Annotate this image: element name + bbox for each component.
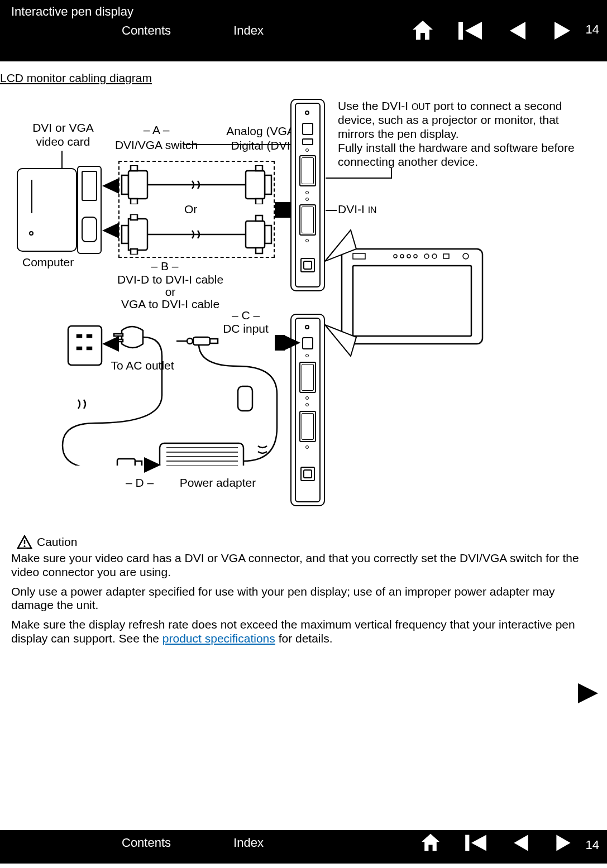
nav-icons-bottom bbox=[419, 833, 573, 853]
svg-rect-40 bbox=[117, 459, 135, 466]
svg-marker-3 bbox=[510, 22, 525, 40]
doc-title: Interactive pen display bbox=[11, 4, 133, 19]
power-adapter-label: Power adapter bbox=[173, 476, 262, 490]
contents-link[interactable]: Contents bbox=[122, 23, 171, 38]
first-page-icon[interactable] bbox=[464, 833, 489, 853]
footer-bar: Contents Index 14 bbox=[0, 830, 607, 864]
svg-rect-11 bbox=[256, 165, 262, 171]
svg-rect-15 bbox=[131, 214, 137, 220]
analog-vga-label: Analog (VGA) bbox=[223, 124, 302, 138]
next-page-icon[interactable] bbox=[553, 833, 573, 853]
nav-icons-top bbox=[410, 20, 573, 42]
svg-rect-35 bbox=[87, 335, 92, 337]
caution-label: Caution bbox=[37, 535, 77, 549]
svg-rect-41 bbox=[135, 461, 142, 466]
svg-rect-5 bbox=[122, 175, 128, 194]
dvi-out-note-2: Fully install the hardware and software … bbox=[338, 141, 595, 169]
svg-marker-2 bbox=[465, 22, 482, 40]
prev-page-icon[interactable] bbox=[506, 20, 529, 42]
step-d-label: – D – bbox=[120, 476, 159, 490]
home-icon[interactable] bbox=[419, 833, 442, 853]
callout-wedge-top bbox=[324, 229, 357, 262]
svg-rect-8 bbox=[131, 199, 137, 204]
svg-rect-9 bbox=[265, 175, 271, 194]
svg-marker-60 bbox=[514, 835, 528, 851]
svg-rect-7 bbox=[131, 165, 137, 171]
page-number-top: 14 bbox=[586, 22, 599, 37]
svg-marker-57 bbox=[422, 833, 439, 851]
svg-rect-36 bbox=[77, 347, 82, 349]
dvi-i-in-label: DVI-I IN bbox=[338, 202, 377, 216]
digital-dvi-label: Digital (DVI) bbox=[223, 138, 302, 152]
prev-page-icon[interactable] bbox=[511, 833, 531, 853]
svg-rect-37 bbox=[87, 347, 92, 349]
computer-body bbox=[17, 168, 77, 252]
page-body: LCD monitor cabling diagram Use the DVI-… bbox=[0, 61, 607, 830]
product-specs-link[interactable]: product specifications bbox=[162, 632, 275, 645]
contents-link-bottom[interactable]: Contents bbox=[122, 836, 171, 850]
svg-rect-6 bbox=[128, 171, 147, 199]
header-bar: Interactive pen display Contents Index 1… bbox=[0, 0, 607, 61]
svg-point-26 bbox=[400, 255, 404, 258]
svg-point-27 bbox=[407, 255, 410, 258]
caution-p3: Make sure the display refresh rate does … bbox=[11, 618, 596, 646]
svg-rect-50 bbox=[193, 337, 210, 345]
svg-rect-19 bbox=[256, 215, 262, 221]
caution-p2: Only use a power adapter specified for u… bbox=[11, 585, 596, 613]
svg-point-55 bbox=[23, 545, 25, 547]
svg-rect-34 bbox=[77, 335, 82, 337]
computer-dvi-port bbox=[82, 171, 97, 201]
continue-arrow-icon[interactable] bbox=[575, 681, 601, 708]
step-a-label: – A – bbox=[134, 123, 179, 137]
vga-to-dvi-cable bbox=[121, 214, 273, 255]
svg-point-52 bbox=[187, 338, 193, 344]
caution-heading: Caution bbox=[17, 535, 596, 549]
index-link-bottom[interactable]: Index bbox=[233, 836, 264, 850]
svg-point-25 bbox=[394, 255, 397, 258]
svg-point-30 bbox=[432, 254, 437, 258]
svg-rect-51 bbox=[210, 339, 218, 343]
power-assembly bbox=[56, 320, 290, 466]
svg-marker-0 bbox=[413, 21, 433, 40]
svg-rect-20 bbox=[256, 248, 262, 253]
svg-rect-18 bbox=[246, 221, 265, 248]
svg-marker-4 bbox=[555, 22, 570, 40]
caution-block: Caution bbox=[11, 535, 596, 549]
svg-rect-49 bbox=[238, 386, 252, 411]
svg-point-29 bbox=[424, 254, 429, 258]
svg-marker-56 bbox=[578, 683, 598, 703]
index-link[interactable]: Index bbox=[233, 23, 264, 38]
svg-point-28 bbox=[414, 255, 417, 258]
callout-wedge-bottom bbox=[324, 324, 357, 357]
nav-links-top: Contents Index bbox=[0, 23, 607, 38]
svg-rect-33 bbox=[68, 326, 102, 365]
video-card-label: DVI or VGA video card bbox=[27, 121, 99, 148]
home-icon[interactable] bbox=[410, 20, 435, 42]
dvi-out-note-1: Use the DVI-I OUT port to connect a seco… bbox=[338, 99, 595, 141]
svg-rect-16 bbox=[131, 249, 137, 255]
pen-display-icon bbox=[340, 247, 485, 353]
computer-vga-port bbox=[82, 217, 97, 242]
caution-icon bbox=[17, 535, 32, 549]
cabling-diagram: Use the DVI-I OUT port to connect a seco… bbox=[0, 90, 607, 531]
svg-rect-14 bbox=[122, 226, 128, 243]
svg-rect-12 bbox=[256, 199, 262, 204]
svg-rect-17 bbox=[265, 226, 271, 243]
step-b-label: – B – bbox=[142, 259, 187, 273]
to-ac-label: To AC outlet bbox=[106, 358, 179, 372]
caution-p1: Make sure your video card has a DVI or V… bbox=[11, 552, 596, 579]
cable-b-3: VGA to DVI-I cable bbox=[112, 297, 229, 311]
svg-point-32 bbox=[463, 253, 469, 259]
svg-rect-42 bbox=[160, 443, 243, 466]
page-number-bottom: 14 bbox=[586, 838, 599, 852]
first-page-icon[interactable] bbox=[457, 20, 484, 42]
svg-marker-61 bbox=[556, 835, 570, 851]
dvi-cable bbox=[121, 165, 273, 204]
section-title: LCD monitor cabling diagram bbox=[0, 71, 607, 85]
next-page-icon[interactable] bbox=[551, 20, 573, 42]
svg-rect-58 bbox=[465, 835, 469, 851]
svg-rect-31 bbox=[443, 254, 449, 258]
svg-marker-59 bbox=[471, 835, 486, 851]
nav-links-bottom: Contents Index bbox=[0, 836, 607, 850]
svg-rect-1 bbox=[458, 22, 463, 40]
